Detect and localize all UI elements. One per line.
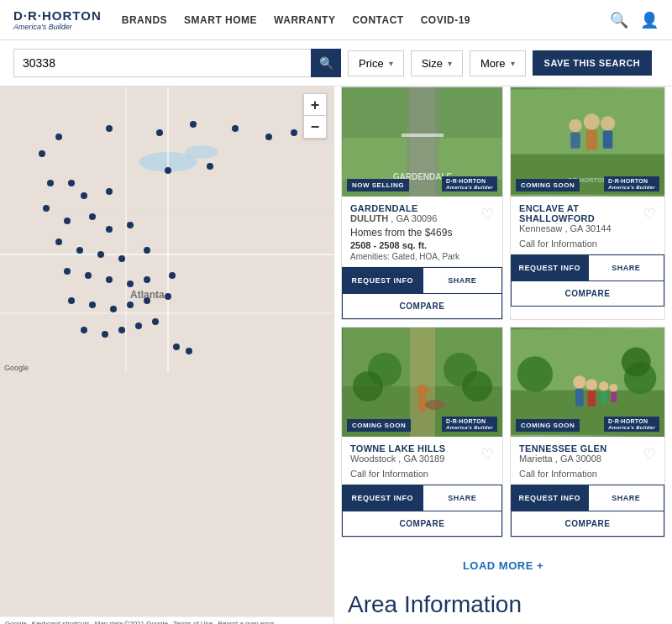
listing-body-2: ENCLAVE AT SHALLOWFORD Kennesaw , GA 301…: [511, 197, 664, 249]
svg-point-65: [601, 116, 615, 130]
listing-image-3[interactable]: COMING SOON D·R·HORTONAmerica's Builder: [342, 328, 502, 437]
svg-point-43: [165, 293, 171, 300]
save-search-button[interactable]: SAVE THIS SEARCH: [533, 50, 653, 76]
nav-brands[interactable]: BRANDS: [122, 14, 167, 26]
search-input[interactable]: [13, 49, 341, 77]
nav-warranty[interactable]: WARRANTY: [274, 14, 335, 26]
svg-point-10: [106, 125, 113, 132]
svg-point-17: [68, 180, 75, 186]
svg-rect-66: [603, 131, 613, 149]
listing-cfi-3: Call for Information: [350, 469, 494, 479]
svg-point-80: [517, 356, 553, 391]
listing-actions-1: REQUEST INFO SHARE: [342, 266, 502, 294]
favorite-button-2[interactable]: ♡: [643, 205, 656, 223]
svg-point-87: [599, 381, 609, 391]
favorite-button-3[interactable]: ♡: [480, 445, 494, 464]
share-button-2[interactable]: SHARE: [588, 254, 665, 281]
svg-point-48: [152, 318, 159, 325]
load-more-button[interactable]: LOAD MORE +: [463, 559, 543, 572]
svg-text:Google: Google: [4, 364, 29, 372]
listing-image-2[interactable]: DR HORTON COMING SOON D·R·HORTONAmerica'…: [511, 87, 664, 197]
favorite-button-1[interactable]: ♡: [480, 205, 494, 223]
svg-rect-86: [588, 391, 596, 406]
nav-covid[interactable]: COVID-19: [421, 14, 470, 26]
price-filter-button[interactable]: Price ▾: [348, 50, 404, 76]
main-layout: Atlanta Google + − Google Keyboard short…: [0, 87, 672, 624]
svg-point-50: [186, 348, 192, 354]
svg-rect-0: [0, 87, 333, 372]
user-icon[interactable]: 👤: [640, 11, 659, 29]
compare-button-4[interactable]: COMPARE: [511, 511, 664, 537]
share-button-1[interactable]: SHARE: [423, 267, 503, 294]
listing-cfi-4: Call for Information: [519, 469, 656, 479]
nav-smart-home[interactable]: SMART HOME: [184, 14, 257, 26]
svg-point-49: [173, 343, 180, 350]
logo[interactable]: D·R·HORTON America's Builder: [13, 8, 102, 31]
svg-point-35: [127, 281, 134, 287]
listing-amenities-1: Amenities: Gated, HOA, Park: [350, 252, 494, 261]
svg-point-46: [118, 327, 125, 333]
listing-badge-4: COMING SOON: [516, 419, 580, 432]
listing-card-3: COMING SOON D·R·HORTONAmerica's Builder …: [341, 327, 503, 537]
more-chevron-icon: ▾: [511, 59, 515, 68]
request-info-button-1[interactable]: REQUEST INFO: [342, 267, 423, 294]
request-info-button-2[interactable]: REQUEST INFO: [511, 254, 588, 281]
listing-actions-3: REQUEST INFO SHARE: [342, 484, 502, 511]
listing-logo-4: D·R·HORTONAmerica's Builder: [604, 417, 659, 432]
request-info-button-4[interactable]: REQUEST INFO: [511, 485, 588, 511]
search-icon[interactable]: 🔍: [610, 11, 628, 29]
listing-actions-4: REQUEST INFO SHARE: [511, 484, 664, 511]
area-info-title: Area Information: [348, 591, 659, 618]
listing-badge-1: NOW SELLING: [347, 179, 409, 191]
more-filter-button[interactable]: More ▾: [470, 50, 526, 76]
nav-contact[interactable]: CONTACT: [352, 14, 403, 26]
area-info-section: Area Information: [334, 583, 672, 624]
svg-point-21: [207, 163, 213, 170]
svg-point-36: [144, 276, 150, 283]
listing-image-1[interactable]: GARDENDALE NOW SELLING D·R·HORTONAmerica…: [342, 87, 502, 197]
search-input-wrap: 🔍: [13, 49, 341, 77]
svg-point-34: [106, 276, 113, 283]
svg-point-75: [417, 385, 428, 396]
svg-point-28: [76, 247, 83, 254]
nav-links: BRANDS SMART HOME WARRANTY CONTACT COVID…: [122, 14, 610, 26]
listing-badge-2: COMING SOON: [516, 179, 580, 191]
svg-point-16: [47, 180, 54, 186]
logo-bottom: America's Builder: [13, 23, 102, 31]
listing-price-1: Homes from the $469s: [350, 227, 494, 239]
listing-location-3: Woodstock , GA 30189: [350, 454, 445, 464]
listing-body-4: TENNESSEE GLEN Marietta , GA 30008 ♡ Cal: [511, 437, 664, 479]
share-button-3[interactable]: SHARE: [423, 485, 503, 511]
svg-point-12: [190, 121, 197, 128]
svg-point-85: [586, 379, 597, 390]
search-submit-button[interactable]: 🔍: [311, 49, 341, 77]
svg-point-63: [569, 119, 581, 132]
share-button-4[interactable]: SHARE: [588, 485, 665, 511]
map-container[interactable]: Atlanta Google + −: [0, 87, 333, 616]
compare-button-2[interactable]: COMPARE: [511, 281, 664, 307]
map-zoom-controls: + −: [303, 93, 327, 139]
listing-cfi-2: Call for Information: [519, 239, 656, 249]
svg-point-61: [584, 113, 600, 129]
map-zoom-out-button[interactable]: −: [304, 116, 326, 138]
size-filter-button[interactable]: Size ▾: [411, 50, 463, 76]
svg-point-27: [55, 239, 62, 245]
compare-button-3[interactable]: COMPARE: [342, 511, 502, 537]
svg-point-77: [425, 400, 445, 410]
svg-rect-90: [611, 392, 617, 403]
map-svg: Atlanta Google: [0, 87, 333, 372]
size-chevron-icon: ▾: [448, 59, 452, 68]
listing-name-4: TENNESSEE GLEN: [519, 443, 606, 454]
favorite-button-4[interactable]: ♡: [643, 445, 656, 464]
svg-point-37: [169, 272, 176, 279]
svg-point-23: [64, 218, 71, 224]
svg-point-13: [232, 125, 239, 132]
svg-point-11: [156, 129, 163, 136]
listing-logo-2: D·R·HORTONAmerica's Builder: [604, 176, 659, 191]
request-info-button-3[interactable]: REQUEST INFO: [342, 485, 423, 511]
listing-image-4[interactable]: COMING SOON D·R·HORTONAmerica's Builder: [511, 328, 664, 437]
map-zoom-in-button[interactable]: +: [304, 94, 326, 116]
svg-point-25: [106, 226, 113, 233]
listing-location-4: Marietta , GA 30008: [519, 454, 606, 464]
compare-button-1[interactable]: COMPARE: [342, 294, 502, 319]
